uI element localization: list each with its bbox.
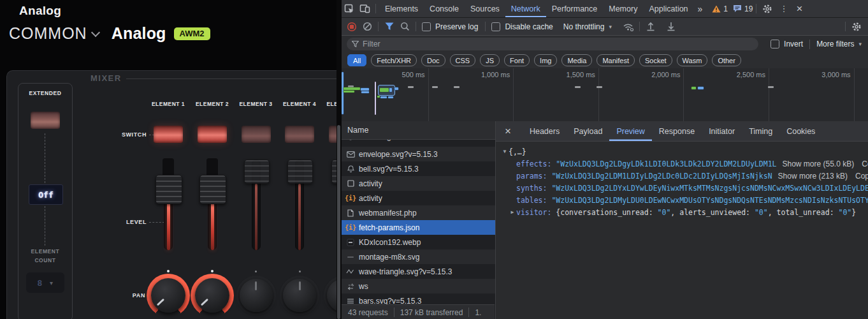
switch-row-label: SWITCH <box>96 131 147 138</box>
copy-button[interactable]: Copy <box>855 172 868 181</box>
request-row[interactable]: KDxIcon192.webp <box>342 235 495 249</box>
slider-handle[interactable] <box>287 160 313 184</box>
more-tabs-icon[interactable]: » <box>694 4 707 14</box>
detail-tab-timing[interactable]: Timing <box>742 121 779 141</box>
disable-cache-checkbox[interactable] <box>491 22 500 31</box>
close-panel-icon[interactable]: × <box>501 126 515 137</box>
divider <box>485 22 486 31</box>
element-switch[interactable] <box>242 126 271 143</box>
json-entry[interactable]: synths: "WzUxLDQ3LDg2LDYxLDYwLDEyNiwxMTk… <box>496 182 868 194</box>
preserve-log-checkbox[interactable] <box>422 22 431 31</box>
issues-badge[interactable]: 19 <box>733 4 753 13</box>
chip-fetchxhr[interactable]: Fetch/XHR <box>371 54 417 66</box>
tab-application[interactable]: Application <box>643 0 693 17</box>
show-more-button[interactable]: Show more (213 kB) <box>778 172 848 181</box>
extended-switch[interactable] <box>31 112 60 129</box>
network-overview[interactable]: 500 ms1,000 ms1,500 ms2,000 ms2,500 ms3,… <box>342 68 868 122</box>
pan-knob[interactable] <box>283 279 316 312</box>
tab-network[interactable]: Network <box>505 0 546 17</box>
chip-media[interactable]: Media <box>561 54 592 66</box>
device-toolbar-icon[interactable] <box>357 1 372 17</box>
tab-memory[interactable]: Memory <box>603 0 643 17</box>
gear-icon[interactable] <box>760 1 775 17</box>
request-row[interactable]: {i}activity <box>342 191 495 205</box>
extended-value-display[interactable]: Off <box>29 184 63 205</box>
chip-css[interactable]: CSS <box>450 54 476 66</box>
chip-font[interactable]: Font <box>504 54 530 66</box>
detail-tab-preview[interactable]: Preview <box>609 121 651 141</box>
request-row[interactable]: {i}fetch-params.json <box>342 220 495 235</box>
record-icon[interactable] <box>344 19 359 34</box>
detail-tab-payload[interactable]: Payload <box>567 121 609 141</box>
part-selector[interactable]: COMMON <box>9 24 87 43</box>
export-har-icon[interactable] <box>663 19 679 34</box>
chip-wasm[interactable]: Wasm <box>677 54 708 66</box>
clear-icon[interactable] <box>359 19 375 34</box>
more-filters-button[interactable]: More filters <box>816 40 854 48</box>
filter-funnel-icon[interactable] <box>382 19 397 34</box>
close-icon[interactable]: × <box>792 3 806 14</box>
detail-tab-headers[interactable]: Headers <box>523 121 567 141</box>
detail-tab-initiator[interactable]: Initiator <box>702 121 742 141</box>
copy-button[interactable]: Copy <box>862 160 868 168</box>
chip-js[interactable]: JS <box>480 54 500 66</box>
request-row[interactable]: webmanifest.php <box>342 205 495 220</box>
slider-handle[interactable] <box>199 175 226 204</box>
request-row[interactable]: bars.svg?v=5.15.3 <box>342 293 495 304</box>
tab-performance[interactable]: Performance <box>546 0 604 17</box>
slider-handle[interactable] <box>244 160 270 184</box>
json-entry[interactable]: effects: "WzUxLDQ3LDg2LDgyLDk1LDI0LDk3LD… <box>496 158 868 170</box>
pan-knob[interactable] <box>240 279 273 312</box>
collapse-caret-icon[interactable]: ▼ <box>501 149 509 154</box>
pan-knob[interactable] <box>151 278 185 313</box>
slider-handle[interactable] <box>156 175 182 204</box>
network-settings-gear-icon[interactable] <box>849 19 864 34</box>
element-switch[interactable] <box>285 126 314 143</box>
scrollbar[interactable] <box>337 125 340 319</box>
request-row[interactable]: times.svg?v=5.15.3 <box>342 140 495 147</box>
show-more-button[interactable]: Show more (55.0 kB) <box>783 160 855 168</box>
chevron-down-icon[interactable] <box>91 27 100 36</box>
json-key-visitor[interactable]: visitor: <box>516 208 556 217</box>
import-har-icon[interactable] <box>643 19 658 34</box>
request-row[interactable]: montage-m8x.svg <box>342 249 495 264</box>
kebab-menu-icon[interactable]: ⋮ <box>775 4 792 13</box>
json-root[interactable]: {,…} <box>509 147 526 156</box>
detail-tab-cookies[interactable]: Cookies <box>779 121 822 141</box>
inspect-icon[interactable] <box>342 1 357 17</box>
chip-img[interactable]: Img <box>534 54 557 66</box>
json-entry[interactable]: tables: "WzUxLDQ3LDg2LDMyLDU0LDEwNCwxMDU… <box>496 194 868 206</box>
request-row[interactable]: ws <box>342 279 495 293</box>
expand-caret-icon[interactable]: ▶ <box>509 209 516 215</box>
chip-doc[interactable]: Doc <box>421 54 445 66</box>
request-row[interactable]: wave-triangle.svg?v=5.15.3 <box>342 264 495 279</box>
preview-tree[interactable]: ▼ {,…} effects: "WzUxLDQ3LDg2LDgyLDk1LDI… <box>496 142 868 319</box>
request-row[interactable]: activity <box>342 176 495 191</box>
tab-sources[interactable]: Sources <box>465 0 505 17</box>
tab-elements[interactable]: Elements <box>379 0 424 17</box>
element-count-dropdown[interactable]: 8 ▾ <box>26 272 64 293</box>
json-entry[interactable]: params: "WzUxLDQ3LDg2LDM1LDIyLDg2LDc0LDc… <box>496 170 868 182</box>
network-conditions-icon[interactable] <box>621 19 636 34</box>
search-icon[interactable] <box>397 19 412 34</box>
chip-socket[interactable]: Socket <box>639 54 672 66</box>
throttling-select[interactable]: No throttling <box>563 22 605 31</box>
element-switch[interactable] <box>198 126 227 143</box>
json-key: tables: <box>516 196 551 205</box>
chip-manifest[interactable]: Manifest <box>597 54 635 66</box>
json-value: "WzUxLDQ3LDg2LDM1LDIyLDg2LDc0LDc2LDIyLDQ… <box>551 172 772 181</box>
bell-icon <box>346 165 355 174</box>
filter-input[interactable]: Filter <box>347 38 758 50</box>
tab-console[interactable]: Console <box>424 0 465 17</box>
invert-checkbox[interactable] <box>770 40 779 48</box>
chevron-down-icon: ▾ <box>858 41 862 47</box>
request-row[interactable]: envelope.svg?v=5.15.3 <box>342 147 495 161</box>
element-switch[interactable] <box>154 126 183 143</box>
request-row[interactable]: bell.svg?v=5.15.3 <box>342 161 495 176</box>
name-column-header[interactable]: Name <box>342 121 495 140</box>
detail-tab-response[interactable]: Response <box>652 121 702 141</box>
chip-all[interactable]: All <box>347 54 366 66</box>
warnings-badge[interactable]: 1 <box>712 4 728 13</box>
chip-other[interactable]: Other <box>712 54 741 66</box>
pan-knob[interactable] <box>195 278 229 313</box>
